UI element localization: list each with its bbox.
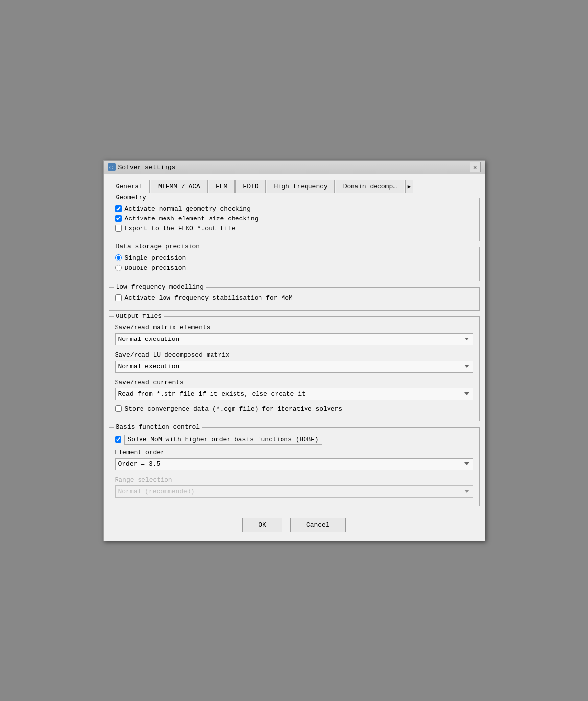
radio-double-precision: Double precision xyxy=(115,265,473,272)
convergence-label[interactable]: Store convergence data (*.cgm file) for … xyxy=(125,405,343,412)
single-precision-radio[interactable] xyxy=(115,254,122,261)
checkbox-convergence: Store convergence data (*.cgm file) for … xyxy=(115,405,473,412)
convergence-checkbox[interactable] xyxy=(115,405,122,412)
svg-text:C: C xyxy=(109,164,113,170)
solver-settings-window: C Solver settings ✕ General MLFMM / ACA … xyxy=(103,160,485,541)
currents-select[interactable]: Read from *.str file if it exists, else … xyxy=(115,388,473,400)
low-frequency-group-content: Activate low frequency stabilisation for… xyxy=(115,294,473,302)
hobf-checkbox[interactable] xyxy=(115,436,121,443)
radio-single-precision: Single precision xyxy=(115,254,473,262)
geometry-group-content: Activate normal geometry checking Activa… xyxy=(115,205,473,232)
element-order-label: Element order xyxy=(115,449,473,456)
titlebar-left: C Solver settings xyxy=(108,163,176,171)
checkbox-mesh-element: Activate mesh element size checking xyxy=(115,215,473,222)
range-selection-label: Range selection xyxy=(115,476,473,483)
low-frequency-group: Low frequency modelling Activate low fre… xyxy=(109,287,480,311)
element-order-select[interactable]: Order = 3.5 Order = 1.0 Order = 2.0 Orde… xyxy=(115,458,473,470)
tab-general[interactable]: General xyxy=(109,180,150,193)
output-files-group-title: Output files xyxy=(114,313,164,320)
checkbox-low-freq: Activate low frequency stabilisation for… xyxy=(115,294,473,302)
checkbox-normal-geometry: Activate normal geometry checking xyxy=(115,205,473,213)
output-files-group: Output files Save/read matrix elements N… xyxy=(109,316,480,421)
matrix-elements-select[interactable]: Normal execution Save matrix elements Re… xyxy=(115,333,473,345)
tab-fem[interactable]: FEM xyxy=(209,180,235,193)
tab-overflow[interactable]: ▶ xyxy=(405,180,414,193)
data-storage-group: Data storage precision Single precision … xyxy=(109,247,480,281)
hobf-label: Solve MoM with higher order basis functi… xyxy=(124,435,322,445)
tab-domain[interactable]: Domain decompositi... xyxy=(336,180,404,193)
export-feko-label[interactable]: Export to the FEKO *.out file xyxy=(125,225,235,232)
tab-mlfmm[interactable]: MLFMM / ACA xyxy=(151,180,208,193)
app-icon: C xyxy=(108,163,116,171)
basis-function-group-title: Basis function control xyxy=(114,423,202,431)
normal-geometry-label[interactable]: Activate normal geometry checking xyxy=(125,205,251,213)
single-precision-label[interactable]: Single precision xyxy=(125,254,186,262)
data-storage-group-title: Data storage precision xyxy=(114,243,202,250)
titlebar: C Solver settings ✕ xyxy=(104,161,485,174)
ok-button[interactable]: OK xyxy=(242,518,282,532)
window-title: Solver settings xyxy=(118,164,176,171)
export-feko-checkbox[interactable] xyxy=(115,225,122,232)
double-precision-radio[interactable] xyxy=(115,265,122,271)
currents-label: Save/read currents xyxy=(115,379,473,386)
tab-bar: General MLFMM / ACA FEM FDTD High freque… xyxy=(109,179,480,193)
mesh-element-label[interactable]: Activate mesh element size checking xyxy=(125,215,259,222)
geometry-group: Geometry Activate normal geometry checki… xyxy=(109,198,480,241)
lu-matrix-label: Save/read LU decomposed matrix xyxy=(115,351,473,359)
tab-highfreq[interactable]: High frequency xyxy=(267,180,335,193)
checkbox-export-feko: Export to the FEKO *.out file xyxy=(115,225,473,232)
main-content: General MLFMM / ACA FEM FDTD High freque… xyxy=(104,174,485,541)
low-frequency-group-title: Low frequency modelling xyxy=(114,283,206,290)
basis-function-group: Basis function control Solve MoM with hi… xyxy=(109,427,480,506)
range-selection-select[interactable]: Normal (recommended) Custom range xyxy=(115,485,473,498)
low-freq-label[interactable]: Activate low frequency stabilisation for… xyxy=(125,294,293,302)
close-button[interactable]: ✕ xyxy=(470,162,481,172)
cancel-button[interactable]: Cancel xyxy=(290,518,346,532)
matrix-elements-label: Save/read matrix elements xyxy=(115,324,473,331)
mesh-element-checkbox[interactable] xyxy=(115,215,122,222)
double-precision-label[interactable]: Double precision xyxy=(125,265,186,272)
geometry-group-title: Geometry xyxy=(114,194,148,201)
lu-matrix-select[interactable]: Normal execution Save LU matrix Read LU … xyxy=(115,361,473,373)
normal-geometry-checkbox[interactable] xyxy=(115,205,122,212)
low-freq-checkbox[interactable] xyxy=(115,294,122,301)
button-row: OK Cancel xyxy=(109,512,480,536)
hobf-row: Solve MoM with higher order basis functi… xyxy=(115,435,473,445)
data-storage-group-content: Single precision Double precision xyxy=(115,254,473,272)
basis-function-group-content: Solve MoM with higher order basis functi… xyxy=(115,435,473,500)
output-files-group-content: Save/read matrix elements Normal executi… xyxy=(115,324,473,412)
tab-fdtd[interactable]: FDTD xyxy=(235,180,265,193)
